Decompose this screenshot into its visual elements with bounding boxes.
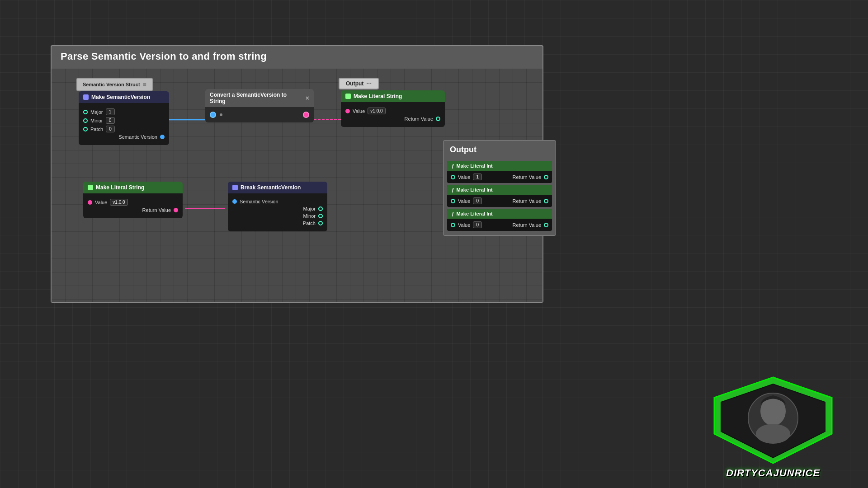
output-sub-val-label-1: Value — [458, 174, 470, 180]
output-sub-return-pin-3 — [544, 223, 548, 227]
convert-node-body — [205, 107, 314, 122]
shield-svg — [705, 375, 841, 465]
literal-top-return-label: Return Value — [405, 116, 433, 122]
break-semantic-version-row: Semantic Version — [232, 199, 323, 204]
break-semantic-version-label: Semantic Version — [240, 199, 278, 204]
literal-top-value[interactable]: v1.0.0 — [368, 108, 385, 114]
output-sub-body-1: Value 1 Return Value — [447, 171, 552, 183]
brand-watermark: DIRTYCAJUNRICE — [705, 375, 841, 479]
output-sub-body-2: Value 0 Return Value — [447, 195, 552, 207]
output-button-icon: ⋯ — [366, 80, 372, 87]
convert-right-pins — [303, 112, 309, 118]
output-sub-body-3: Value 0 Return Value — [447, 219, 552, 231]
output-sub-return-label-3: Return Value — [513, 222, 541, 228]
break-minor-row: Minor — [232, 213, 323, 219]
output-sub-val-2[interactable]: 0 — [473, 197, 482, 204]
minor-pin — [83, 118, 88, 123]
output-button-label: Output — [346, 80, 363, 87]
patch-value[interactable]: 0 — [106, 126, 115, 132]
output-sub-header-1: ƒ Make Literal Int — [447, 161, 552, 171]
break-major-row: Major — [232, 206, 323, 211]
convert-close-icon[interactable]: × — [306, 94, 309, 102]
literal-top-value-label: Value — [353, 108, 365, 114]
make-semantic-version-node: Make SemanticVersion Major 1 Minor 0 — [79, 91, 169, 145]
literal-bottom-title: Make Literal String — [96, 184, 144, 191]
output-sub-val-label-3: Value — [458, 222, 470, 228]
break-patch-row: Patch — [232, 221, 323, 226]
output-panel-title: Output — [443, 141, 556, 159]
literal-bottom-return-row: Return Value — [88, 207, 178, 213]
literal-bottom-value-row: Value v1.0.0 — [88, 199, 178, 206]
output-sub-title-1: Make Literal Int — [457, 163, 493, 169]
make-semantic-title: Make SemanticVersion — [91, 94, 150, 100]
output-sub-node-3: ƒ Make Literal Int Value 0 Return Value — [447, 209, 552, 231]
convert-semantic-node: Convert a SemanticVersion to String × — [205, 89, 314, 122]
literal-top-icon — [345, 94, 351, 99]
output-sub-icon-3: ƒ — [452, 211, 454, 216]
output-sub-title-2: Make Literal Int — [457, 187, 493, 192]
major-pin — [83, 110, 88, 114]
output-sub-title-3: Make Literal Int — [457, 211, 493, 216]
literal-top-value-pin — [345, 109, 350, 113]
output-sub-icon-2: ƒ — [452, 188, 454, 192]
major-value[interactable]: 1 — [106, 108, 115, 115]
literal-bottom-icon — [88, 185, 93, 190]
convert-title: Convert a SemanticVersion to String — [210, 92, 303, 104]
minor-value[interactable]: 0 — [106, 117, 115, 124]
svg-point-8 — [756, 424, 790, 444]
literal-top-return-row: Return Value — [345, 116, 440, 122]
literal-top-title: Make Literal String — [354, 93, 402, 99]
literal-bottom-value[interactable]: v1.0.0 — [110, 199, 127, 206]
patch-pin — [83, 127, 88, 131]
semantic-version-output-label: Semantic Version — [118, 134, 157, 140]
output-sub-val-label-2: Value — [458, 198, 470, 204]
struct-label-text: Semantic Version Struct — [83, 82, 140, 87]
output-button[interactable]: Output ⋯ — [339, 78, 379, 89]
patch-label: Patch — [90, 127, 103, 132]
brand-name-text: DIRTYCAJUNRICE — [705, 467, 841, 479]
output-sub-val-1[interactable]: 1 — [473, 174, 482, 180]
semantic-version-output-pin — [160, 135, 165, 139]
patch-row: Patch 0 — [83, 126, 165, 132]
literal-bottom-return-label: Return Value — [142, 207, 171, 213]
output-sub-val-pin-2 — [451, 199, 455, 203]
convert-in-pin — [210, 112, 216, 118]
output-sub-return-label-2: Return Value — [513, 198, 541, 204]
output-sub-header-3: ƒ Make Literal Int — [447, 209, 552, 219]
make-semantic-icon — [83, 94, 89, 100]
break-patch-pin — [318, 221, 323, 225]
output-panel: Output ƒ Make Literal Int Value 1 Return… — [443, 140, 556, 236]
output-sub-return-label-1: Return Value — [513, 174, 541, 180]
break-major-label: Major — [303, 206, 316, 211]
convert-out-pin — [303, 112, 309, 118]
make-literal-string-bottom-node: Make Literal String Value v1.0.0 Return … — [83, 182, 183, 218]
output-sub-icon-1: ƒ — [452, 164, 454, 169]
output-sub-node-2: ƒ Make Literal Int Value 0 Return Value — [447, 185, 552, 207]
literal-top-return-pin — [436, 117, 440, 121]
major-row: Major 1 — [83, 108, 165, 115]
struct-label-node: Semantic Version Struct ≡ — [76, 78, 153, 91]
literal-bottom-value-label: Value — [95, 200, 107, 205]
convert-dot-1 — [220, 113, 222, 116]
semantic-version-output-row: Semantic Version — [83, 134, 165, 140]
break-semantic-icon — [232, 185, 238, 190]
make-literal-string-top-node: Make Literal String Value v1.0.0 Return … — [341, 90, 445, 127]
output-sub-return-pin-1 — [544, 175, 548, 179]
break-semantic-title: Break SemanticVersion — [241, 184, 301, 191]
output-sub-header-2: ƒ Make Literal Int — [447, 185, 552, 195]
literal-bottom-value-pin — [88, 200, 92, 205]
literal-bottom-return-pin — [174, 208, 178, 212]
minor-label: Minor — [90, 118, 103, 123]
break-minor-label: Minor — [303, 213, 316, 219]
output-sub-val-pin-1 — [451, 175, 455, 179]
output-sub-val-pin-3 — [451, 223, 455, 227]
canvas-title: Parse Semantic Version to and from strin… — [61, 51, 267, 62]
break-semantic-version-node: Break SemanticVersion Semantic Version M… — [228, 182, 327, 231]
struct-expand-icon[interactable]: ≡ — [143, 81, 146, 88]
output-sub-val-3[interactable]: 0 — [473, 221, 482, 228]
output-sub-node-1: ƒ Make Literal Int Value 1 Return Value — [447, 161, 552, 183]
major-label: Major — [90, 109, 103, 115]
convert-left-pins — [210, 112, 222, 118]
break-patch-label: Patch — [303, 221, 316, 226]
break-semantic-in-pin — [232, 199, 237, 204]
